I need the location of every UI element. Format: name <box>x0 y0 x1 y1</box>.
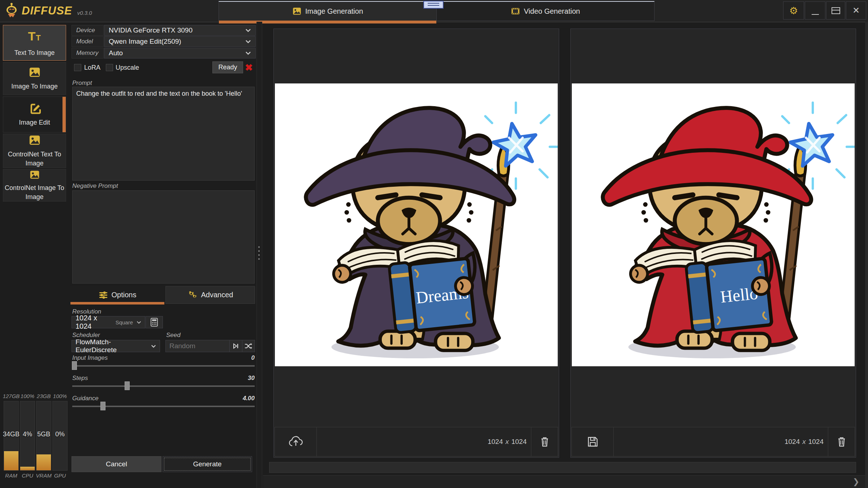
steps-value: 30 <box>233 375 255 382</box>
generate-label: Generate <box>193 460 221 468</box>
source-image[interactable]: Dreams <box>275 83 558 366</box>
tab-options[interactable]: Options <box>70 286 164 304</box>
device-select[interactable]: NVIDIA GeForce RTX 3090 <box>104 25 256 36</box>
upscale-checkbox[interactable] <box>106 64 113 71</box>
resolution-control[interactable]: 1024 x 1024 Square <box>72 316 145 328</box>
steps-slider[interactable] <box>72 385 255 387</box>
thumbnail-strip <box>269 462 856 473</box>
gear-icon: ⚙ <box>789 5 798 16</box>
settings-button[interactable]: ⚙ <box>783 1 804 20</box>
slider-thumb[interactable] <box>125 381 130 390</box>
bottom-status-row <box>263 475 868 488</box>
reuse-seed-button[interactable] <box>229 340 242 352</box>
input-images-slider[interactable] <box>72 365 255 367</box>
app-version: v0.3.0 <box>77 10 92 16</box>
result-image[interactable]: Hello <box>572 83 855 366</box>
advanced-tab-label: Advanced <box>201 291 233 299</box>
sidebar-item-controlnet-text-to-image[interactable]: ControlNet Text To Image <box>3 134 66 168</box>
expand-strip-button[interactable]: ❯ <box>848 477 864 487</box>
save-image-button[interactable] <box>572 427 614 456</box>
negative-prompt-input[interactable] <box>72 190 255 284</box>
calculator-icon <box>151 318 158 327</box>
tab-video-generation[interactable]: Video Generation <box>436 2 654 21</box>
image-icon <box>29 134 41 146</box>
active-tab-underline <box>219 21 436 23</box>
guidance-value: 4.00 <box>233 395 255 402</box>
splitter-grip <box>258 246 260 260</box>
sidebar-item-label: ControlNet Image To Image <box>3 183 66 201</box>
image-icon <box>292 7 302 16</box>
model-select[interactable]: Qwen Image Edit(2509) <box>104 36 256 47</box>
chevron-right-icon: ❯ <box>853 477 859 487</box>
ready-status-button[interactable]: Ready <box>212 61 243 73</box>
save-floppy-icon <box>587 436 599 448</box>
options-tab-label: Options <box>112 291 137 299</box>
sidebar-item-image-edit[interactable]: Image Edit <box>3 96 66 133</box>
negative-prompt-label: Negative Prompt <box>72 182 118 190</box>
maximize-button[interactable] <box>826 1 845 20</box>
chevron-down-icon <box>245 40 251 43</box>
app-logo: DIFFUSE v0.3.0 <box>4 3 92 19</box>
panel-splitter[interactable] <box>256 22 262 488</box>
scheduler-value: FlowMatch-EulerDiscrete <box>75 338 151 354</box>
tab-label: Image Generation <box>305 7 363 16</box>
unload-model-icon[interactable]: ✖ <box>245 62 253 73</box>
cancel-button[interactable]: Cancel <box>72 456 161 472</box>
chevron-down-icon <box>245 51 251 55</box>
sidebar-item-text-to-image[interactable]: TT Text To Image <box>3 25 66 61</box>
memory-select[interactable]: Auto <box>104 48 256 59</box>
seed-label: Seed <box>166 332 181 339</box>
right-scrollbar-gutter <box>865 22 868 488</box>
randomize-seed-button[interactable] <box>242 340 255 352</box>
resolution-value: 1024 x 1024 <box>75 314 107 331</box>
device-value: NVIDIA GeForce RTX 3090 <box>109 26 193 34</box>
generated-image: Hello <box>572 83 855 366</box>
slider-thumb[interactable] <box>100 402 105 410</box>
upload-image-button[interactable] <box>275 427 317 456</box>
sidebar-item-controlnet-image-to-image[interactable]: ControlNet Image To Image <box>3 169 66 202</box>
meter-max-label: 100% <box>49 393 71 399</box>
seed-input[interactable] <box>166 342 229 350</box>
scheduler-label: Scheduler <box>72 332 100 339</box>
generate-button[interactable]: Generate <box>163 456 252 472</box>
chevron-down-icon <box>151 345 156 348</box>
steps-label: Steps <box>72 375 88 382</box>
device-label: Device <box>72 25 104 36</box>
input-images-label: Input Images <box>72 354 108 362</box>
upscale-label: Upscale <box>116 64 139 72</box>
image-icon <box>29 169 41 180</box>
memory-label: Memory <box>72 48 104 59</box>
clear-image-button[interactable] <box>828 427 855 456</box>
mascot-robot-icon <box>4 3 19 19</box>
sliders-icon <box>99 290 108 300</box>
scheduler-select[interactable]: FlowMatch-EulerDiscrete <box>72 340 160 352</box>
clear-image-button[interactable] <box>531 427 558 456</box>
shuffle-icon <box>245 343 252 349</box>
slider-thumb[interactable] <box>72 361 77 370</box>
model-value: Qwen Image Edit(2509) <box>109 38 181 46</box>
resolution-calculator-button[interactable] <box>146 316 163 328</box>
diffuse-app-window: DIFFUSE v0.3.0 Image Generation <box>0 0 868 488</box>
maximize-restore-icon <box>832 7 840 14</box>
guidance-slider[interactable] <box>72 406 255 407</box>
sidebar-item-label: Image Edit <box>19 118 50 127</box>
sidebar-item-image-to-image[interactable]: Image To Image <box>3 62 66 95</box>
image-icon <box>29 66 41 78</box>
image-size-label: 1024x1024 <box>488 427 527 456</box>
trash-icon <box>540 436 549 447</box>
trash-icon <box>837 436 846 447</box>
close-button[interactable]: ✕ <box>846 1 866 20</box>
prompt-input[interactable] <box>72 87 255 181</box>
tab-image-generation[interactable]: Image Generation <box>219 2 436 21</box>
seed-control <box>165 340 255 352</box>
lora-checkbox[interactable] <box>74 64 81 71</box>
ready-label: Ready <box>218 64 237 71</box>
minimize-button[interactable] <box>805 1 825 20</box>
sidebar-item-label: Image To Image <box>11 82 58 91</box>
guidance-label: Guidance <box>72 395 99 402</box>
resolution-preset: Square <box>116 319 133 325</box>
meter-name: GPU <box>49 472 71 479</box>
options-tab-underline <box>70 302 164 305</box>
memory-value: Auto <box>109 49 123 57</box>
tab-advanced[interactable]: Advanced <box>165 286 255 304</box>
